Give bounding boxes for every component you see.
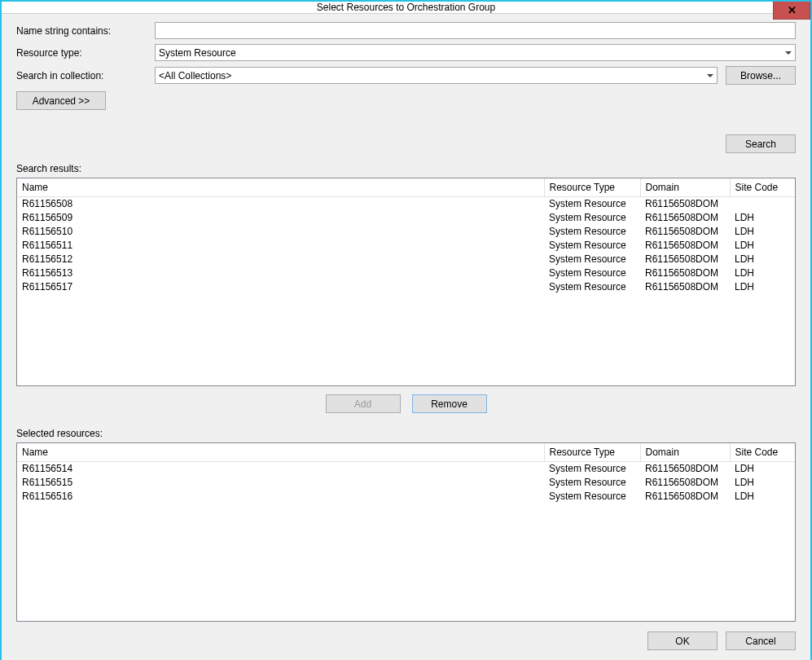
window-title: Select Resources to Orchestration Group bbox=[317, 2, 495, 13]
row-resource-type: Resource type: System Resource bbox=[16, 44, 796, 61]
cell-site: LDH bbox=[730, 461, 795, 475]
cell-name: R61156508 bbox=[17, 196, 544, 210]
chevron-down-icon bbox=[707, 74, 713, 77]
ok-button[interactable]: OK bbox=[647, 631, 718, 650]
row-search-in: Search in collection: <All Collections> … bbox=[16, 66, 796, 85]
col-header-restype[interactable]: Resource Type bbox=[544, 443, 640, 461]
remove-button[interactable]: Remove bbox=[412, 394, 487, 413]
search-results-table: Name Resource Type Domain Site Code R611… bbox=[17, 178, 795, 293]
table-header-row: Name Resource Type Domain Site Code bbox=[17, 443, 795, 461]
label-resource-type: Resource type: bbox=[16, 47, 155, 59]
add-button[interactable]: Add bbox=[326, 394, 401, 413]
content-area: Name string contains: Resource type: Sys… bbox=[2, 14, 810, 660]
row-search-button: Search bbox=[16, 134, 796, 153]
cell-name: R61156511 bbox=[17, 238, 544, 252]
add-remove-row: Add Remove bbox=[16, 394, 796, 413]
resource-type-select[interactable]: System Resource bbox=[155, 44, 796, 61]
search-results-list[interactable]: Name Resource Type Domain Site Code R611… bbox=[16, 178, 796, 386]
cell-domain: R61156508DOM bbox=[640, 461, 730, 475]
label-name-contains: Name string contains: bbox=[16, 25, 155, 37]
name-contains-input[interactable] bbox=[155, 22, 796, 39]
table-row[interactable]: R61156515System ResourceR61156508DOMLDH bbox=[17, 475, 795, 489]
table-row[interactable]: R61156512System ResourceR61156508DOMLDH bbox=[17, 252, 795, 266]
chevron-down-icon bbox=[785, 51, 792, 55]
cancel-button[interactable]: Cancel bbox=[726, 631, 796, 650]
table-row[interactable]: R61156517System ResourceR61156508DOMLDH bbox=[17, 279, 795, 293]
col-header-domain[interactable]: Domain bbox=[640, 443, 730, 461]
cell-restype: System Resource bbox=[544, 224, 640, 238]
row-advanced: Advanced >> bbox=[16, 91, 796, 110]
selected-resources-table: Name Resource Type Domain Site Code R611… bbox=[17, 443, 795, 503]
cell-domain: R61156508DOM bbox=[640, 210, 730, 224]
cell-restype: System Resource bbox=[544, 238, 640, 252]
cell-name: R61156510 bbox=[17, 224, 544, 238]
selected-resources-list[interactable]: Name Resource Type Domain Site Code R611… bbox=[16, 442, 796, 622]
cell-domain: R61156508DOM bbox=[640, 196, 730, 210]
cell-domain: R61156508DOM bbox=[640, 279, 730, 293]
cell-name: R61156516 bbox=[17, 489, 544, 503]
collection-select[interactable]: <All Collections> bbox=[155, 67, 718, 84]
search-button[interactable]: Search bbox=[726, 134, 796, 153]
dialog-window: Select Resources to Orchestration Group … bbox=[0, 0, 812, 660]
cell-restype: System Resource bbox=[544, 279, 640, 293]
cell-restype: System Resource bbox=[544, 196, 640, 210]
titlebar: Select Resources to Orchestration Group … bbox=[2, 2, 810, 14]
table-row[interactable]: R61156509System ResourceR61156508DOMLDH bbox=[17, 210, 795, 224]
label-selected-resources: Selected resources: bbox=[16, 428, 796, 439]
browse-button[interactable]: Browse... bbox=[726, 66, 796, 85]
cell-site: LDH bbox=[730, 252, 795, 266]
cell-domain: R61156508DOM bbox=[640, 238, 730, 252]
cell-restype: System Resource bbox=[544, 266, 640, 279]
cell-domain: R61156508DOM bbox=[640, 252, 730, 266]
cell-site: LDH bbox=[730, 475, 795, 489]
cell-site: LDH bbox=[730, 489, 795, 503]
cell-site: LDH bbox=[730, 210, 795, 224]
cell-site: LDH bbox=[730, 266, 795, 279]
cell-restype: System Resource bbox=[544, 210, 640, 224]
cell-domain: R61156508DOM bbox=[640, 489, 730, 503]
cell-site: LDH bbox=[730, 279, 795, 293]
label-search-in: Search in collection: bbox=[16, 70, 155, 81]
col-header-restype[interactable]: Resource Type bbox=[544, 178, 640, 196]
table-row[interactable]: R61156511System ResourceR61156508DOMLDH bbox=[17, 238, 795, 252]
label-search-results: Search results: bbox=[16, 163, 796, 174]
col-header-site[interactable]: Site Code bbox=[730, 178, 795, 196]
cell-restype: System Resource bbox=[544, 489, 640, 503]
cell-site: LDH bbox=[730, 224, 795, 238]
resource-type-value: System Resource bbox=[159, 47, 236, 59]
cell-domain: R61156508DOM bbox=[640, 266, 730, 279]
table-row[interactable]: R61156516System ResourceR61156508DOMLDH bbox=[17, 489, 795, 503]
col-header-name[interactable]: Name bbox=[17, 178, 544, 196]
cell-domain: R61156508DOM bbox=[640, 224, 730, 238]
cell-name: R61156514 bbox=[17, 461, 544, 475]
table-row[interactable]: R61156510System ResourceR61156508DOMLDH bbox=[17, 224, 795, 238]
dialog-buttons: OK Cancel bbox=[16, 631, 796, 650]
table-row[interactable]: R61156514System ResourceR61156508DOMLDH bbox=[17, 461, 795, 475]
cell-restype: System Resource bbox=[544, 461, 640, 475]
cell-site bbox=[730, 196, 795, 210]
cell-name: R61156517 bbox=[17, 279, 544, 293]
col-header-site[interactable]: Site Code bbox=[730, 443, 795, 461]
table-row[interactable]: R61156508System ResourceR61156508DOM bbox=[17, 196, 795, 210]
cell-site: LDH bbox=[730, 238, 795, 252]
advanced-button[interactable]: Advanced >> bbox=[16, 91, 106, 110]
cell-name: R61156513 bbox=[17, 266, 544, 279]
cell-name: R61156509 bbox=[17, 210, 544, 224]
collection-value: <All Collections> bbox=[159, 70, 231, 81]
col-header-domain[interactable]: Domain bbox=[640, 178, 730, 196]
col-header-name[interactable]: Name bbox=[17, 443, 544, 461]
cell-name: R61156515 bbox=[17, 475, 544, 489]
row-name-contains: Name string contains: bbox=[16, 22, 796, 39]
close-icon: ✕ bbox=[788, 4, 797, 16]
cell-domain: R61156508DOM bbox=[640, 475, 730, 489]
table-header-row: Name Resource Type Domain Site Code bbox=[17, 178, 795, 196]
table-row[interactable]: R61156513System ResourceR61156508DOMLDH bbox=[17, 266, 795, 279]
close-button[interactable]: ✕ bbox=[773, 2, 810, 20]
cell-restype: System Resource bbox=[544, 252, 640, 266]
cell-name: R61156512 bbox=[17, 252, 544, 266]
cell-restype: System Resource bbox=[544, 475, 640, 489]
